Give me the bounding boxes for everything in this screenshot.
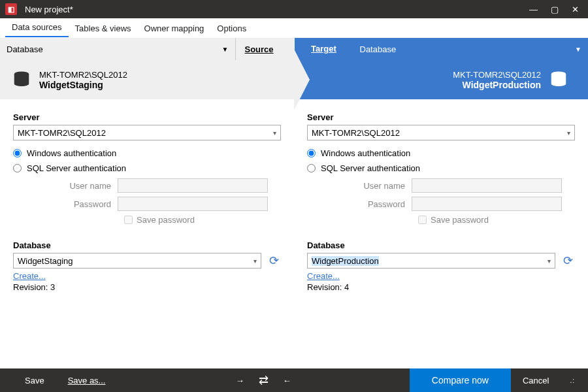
target-revision: Revision: 4 bbox=[307, 282, 575, 292]
username-label: User name bbox=[307, 181, 412, 191]
compare-now-button[interactable]: Compare now bbox=[410, 368, 511, 392]
target-username-input bbox=[412, 178, 562, 193]
source-label: Source bbox=[236, 38, 295, 60]
target-winauth-radio[interactable]: Windows authentication bbox=[307, 148, 575, 158]
refresh-icon[interactable]: ⟳ bbox=[267, 253, 281, 268]
database-icon bbox=[549, 70, 568, 90]
arrow-right-icon[interactable]: → bbox=[236, 376, 244, 385]
source-server-dropdown[interactable]: MKT-TOMR2\SQL2012 ▾ bbox=[13, 125, 281, 140]
connection-banner: MKT-TOMR2\SQL2012 WidgetStaging MKT-TOMR… bbox=[0, 60, 588, 99]
chevron-down-icon: ▾ bbox=[567, 129, 570, 137]
target-savepw-checkbox: Save password bbox=[418, 215, 575, 225]
chevron-down-icon: ▾ bbox=[547, 257, 551, 265]
save-as-button[interactable]: Save as... bbox=[56, 368, 118, 392]
password-label: Password bbox=[307, 199, 412, 209]
window-title: New project* bbox=[25, 5, 529, 14]
target-db-name: WidgetProduction bbox=[453, 80, 541, 90]
source-winauth-radio[interactable]: Windows authentication bbox=[13, 148, 281, 158]
target-password-input bbox=[412, 197, 562, 211]
server-heading: Server bbox=[307, 112, 575, 122]
source-type-dropdown[interactable]: Database ▼ bbox=[7, 44, 229, 54]
resize-grip-icon[interactable]: .: bbox=[570, 377, 575, 384]
source-username-input bbox=[118, 178, 268, 193]
chevron-down-icon: ▼ bbox=[575, 46, 581, 53]
minimize-button[interactable]: ― bbox=[529, 5, 538, 14]
chevron-down-icon: ▾ bbox=[273, 129, 276, 137]
tab-tables-views[interactable]: Tables & views bbox=[69, 20, 138, 37]
server-heading: Server bbox=[13, 112, 281, 122]
close-button[interactable]: ✕ bbox=[572, 5, 579, 14]
app-icon: ◧ bbox=[5, 3, 17, 15]
menu-bar: Data sources Tables & views Owner mappin… bbox=[0, 18, 588, 38]
target-database-dropdown[interactable]: WidgetProduction ▾ bbox=[307, 253, 555, 269]
source-sqlauth-radio[interactable]: SQL Server authentication bbox=[13, 163, 281, 173]
tab-data-sources[interactable]: Data sources bbox=[5, 18, 69, 37]
refresh-icon[interactable]: ⟳ bbox=[561, 253, 575, 268]
cancel-button[interactable]: Cancel bbox=[511, 368, 561, 392]
target-server-name: MKT-TOMR2\SQL2012 bbox=[453, 70, 541, 80]
maximize-button[interactable]: ▢ bbox=[551, 5, 559, 14]
footer-bar: Save Save as... → ⇄ ← Compare now Cancel… bbox=[0, 368, 588, 392]
tab-owner-mapping[interactable]: Owner mapping bbox=[138, 20, 211, 37]
source-pane: Server MKT-TOMR2\SQL2012 ▾ Windows authe… bbox=[0, 112, 294, 368]
source-database-dropdown[interactable]: WidgetStaging ▾ bbox=[13, 253, 261, 269]
title-bar: ◧ New project* ― ▢ ✕ bbox=[0, 0, 588, 18]
target-sqlauth-radio[interactable]: SQL Server authentication bbox=[307, 163, 575, 173]
arrow-left-icon[interactable]: ← bbox=[283, 376, 291, 385]
source-savepw-checkbox: Save password bbox=[124, 215, 281, 225]
target-type-value: Database bbox=[360, 44, 397, 54]
password-label: Password bbox=[13, 199, 118, 209]
source-type-value: Database bbox=[7, 44, 43, 54]
database-heading: Database bbox=[13, 240, 281, 250]
database-icon bbox=[12, 70, 31, 90]
target-pane: Server MKT-TOMR2\SQL2012 ▾ Windows authe… bbox=[294, 112, 588, 368]
target-type-dropdown[interactable]: Database ▼ bbox=[360, 44, 582, 54]
source-revision: Revision: 3 bbox=[13, 282, 281, 292]
create-link[interactable]: Create... bbox=[13, 271, 46, 281]
swap-icon[interactable]: ⇄ bbox=[259, 373, 269, 387]
save-button[interactable]: Save bbox=[13, 368, 56, 392]
tab-options[interactable]: Options bbox=[210, 20, 253, 37]
source-password-input bbox=[118, 197, 268, 211]
target-server-dropdown[interactable]: MKT-TOMR2\SQL2012 ▾ bbox=[307, 125, 575, 140]
database-heading: Database bbox=[307, 240, 575, 250]
source-server-name: MKT-TOMR2\SQL2012 bbox=[39, 70, 127, 80]
chevron-down-icon: ▼ bbox=[222, 46, 229, 53]
chevron-down-icon: ▾ bbox=[253, 257, 257, 265]
source-db-name: WidgetStaging bbox=[39, 80, 127, 90]
create-link[interactable]: Create... bbox=[307, 271, 340, 281]
username-label: User name bbox=[13, 181, 118, 191]
